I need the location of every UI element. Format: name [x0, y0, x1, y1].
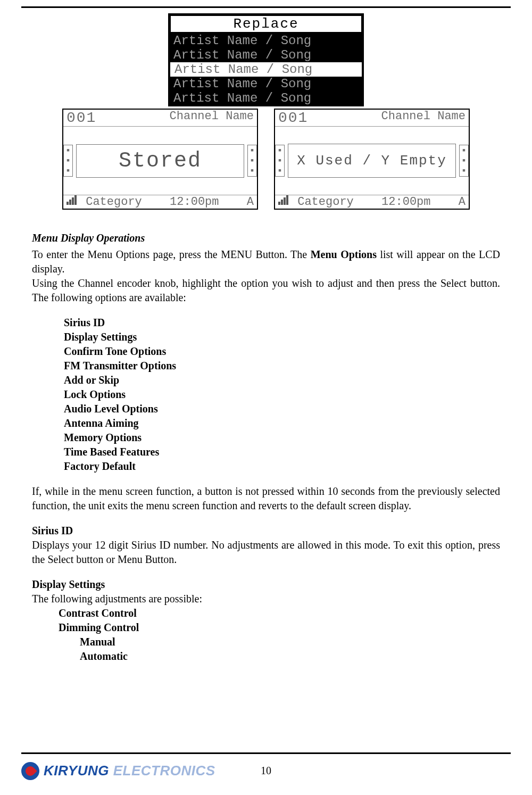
list-item: Artist Name / Song: [169, 48, 363, 62]
used-empty-lcd: 001 Channel Name ■■■ X Used / Y Empty ■■…: [274, 109, 470, 210]
brand-name-light: ELECTRONICS: [109, 763, 215, 779]
left-edge-icon: ■■■: [275, 145, 285, 177]
replace-title: Replace: [170, 15, 362, 32]
list-item-selected: Artist Name / Song: [170, 62, 362, 77]
list-item: Dimming Control: [59, 620, 500, 635]
channel-name: Channel Name: [170, 110, 254, 126]
page-number: 10: [261, 765, 271, 777]
list-item: Audio Level Options: [64, 402, 500, 416]
channel-name: Channel Name: [381, 110, 466, 126]
body-text: To enter the Menu Options page, press th…: [32, 247, 500, 276]
category-label: Category: [86, 195, 142, 209]
right-edge-icon: ■■■: [247, 145, 257, 177]
list-item: Factory Default: [64, 459, 500, 474]
list-item: Memory Options: [64, 430, 500, 445]
section-heading: Menu Display Operations: [32, 231, 500, 245]
sub-heading: Sirius ID: [32, 524, 500, 538]
list-item: Manual: [80, 635, 500, 649]
body-text: Displays your 12 digit Sirius ID number.…: [32, 538, 500, 567]
left-edge-icon: ■■■: [63, 145, 73, 177]
options-list: Sirius ID Display Settings Confirm Tone …: [64, 316, 500, 474]
channel-number: 001: [66, 110, 96, 126]
page-footer: KIRYUNG ELECTRONICS 10: [21, 752, 511, 784]
signal-icon: [278, 195, 288, 205]
list-item: Add or Skip: [64, 373, 500, 387]
used-empty-message: X Used / Y Empty: [288, 144, 456, 178]
antenna-label: A: [247, 195, 254, 209]
right-edge-icon: ■■■: [459, 145, 469, 177]
time-label: 12:00pm: [170, 195, 219, 209]
body-text: The following adjustments are possible:: [32, 592, 500, 606]
list-item: Automatic: [80, 649, 500, 664]
list-item: Artist Name / Song: [169, 34, 363, 48]
list-item: Antenna Aiming: [64, 416, 500, 430]
list-item: Confirm Tone Options: [64, 344, 500, 359]
sub-heading: Display Settings: [32, 577, 500, 592]
logo-icon: [21, 762, 39, 780]
list-item: Lock Options: [64, 387, 500, 402]
brand-name-bold: KIRYUNG: [44, 763, 109, 779]
replace-lcd: Replace Artist Name / Song Artist Name /…: [168, 13, 364, 106]
list-item: Sirius ID: [64, 316, 500, 330]
list-item: FM Transmitter Options: [64, 359, 500, 373]
stored-lcd: 001 Channel Name ■■■ Stored ■■■ Category…: [62, 109, 258, 210]
body-text: If, while in the menu screen function, a…: [32, 484, 500, 513]
list-item: Artist Name / Song: [169, 91, 363, 105]
list-item: Contrast Control: [59, 606, 500, 620]
stored-message: Stored: [76, 144, 244, 178]
list-item: Artist Name / Song: [169, 77, 363, 91]
signal-icon: [66, 195, 77, 205]
category-label: Category: [297, 195, 354, 209]
time-label: 12:00pm: [381, 195, 430, 209]
channel-number: 001: [278, 110, 308, 126]
body-text: Using the Channel encoder knob, highligh…: [32, 276, 500, 305]
brand-logo: KIRYUNG ELECTRONICS: [21, 762, 215, 780]
list-item: Time Based Features: [64, 445, 500, 459]
list-item: Display Settings: [64, 330, 500, 344]
antenna-label: A: [459, 195, 466, 209]
